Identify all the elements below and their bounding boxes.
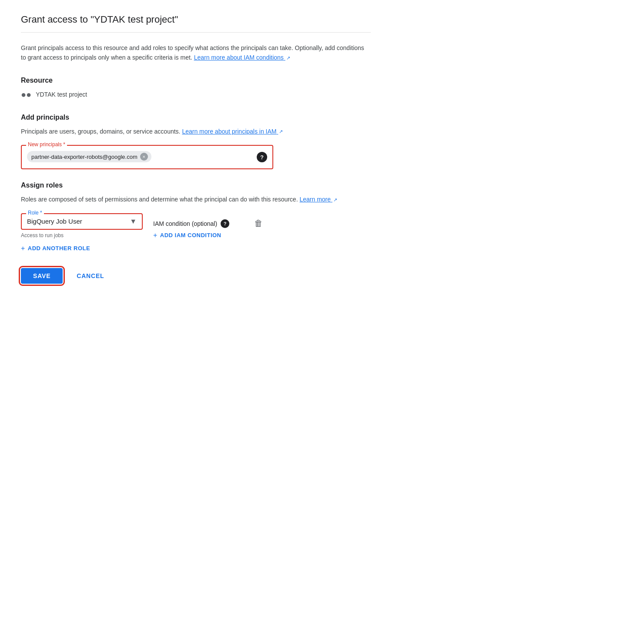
roles-link-text: Learn more [299,196,331,203]
page-title: Grant access to "YDTAK test project" [21,14,371,33]
new-principals-input[interactable]: New principals * partner-data-exporter-r… [21,145,273,169]
resource-name: YDTAK test project [36,91,87,98]
learn-more-iam-link[interactable]: Learn more about IAM conditions ↗ [194,54,290,61]
new-principals-label: New principals * [26,141,67,148]
iam-condition-label: IAM condition (optional) [153,220,217,227]
iam-condition-header: IAM condition (optional) ? [153,219,240,228]
assign-roles-section: Assign roles Roles are composed of sets … [21,181,371,254]
save-button[interactable]: SAVE [21,268,63,284]
description-body: Grant principals access to this resource… [21,44,364,61]
role-selector-wrapper: Role * BigQuery Job User ▼ Access to run… [21,213,143,238]
iam-condition-wrapper: IAM condition (optional) ? + ADD IAM CON… [153,219,240,239]
add-iam-plus-icon: + [153,231,158,239]
principals-desc-text: Principals are users, groups, domains, o… [21,128,181,135]
iam-link-external-icon: ↗ [286,54,290,62]
chip-container: partner-data-exporter-robots@google.com … [27,151,252,162]
assign-roles-title: Assign roles [21,181,371,189]
role-select[interactable]: Role * BigQuery Job User ▼ [21,213,143,230]
add-another-role-button[interactable]: + ADD ANOTHER ROLE [21,243,90,254]
actions-section: SAVE CANCEL [21,268,371,284]
learn-more-roles-link[interactable]: Learn more ↗ [299,196,337,203]
add-principals-title: Add principals [21,114,371,121]
add-another-role-label: ADD ANOTHER ROLE [28,245,90,252]
iam-help-icon[interactable]: ? [221,219,229,228]
role-hint: Access to run jobs [21,232,143,238]
chip-value: partner-data-exporter-robots@google.com [31,154,138,160]
dropdown-arrow-icon: ▼ [130,218,137,225]
iam-condition-section: IAM condition (optional) ? + ADD IAM CON… [153,213,240,239]
roles-link-external-icon: ↗ [333,196,337,204]
resource-section-title: Resource [21,77,371,84]
principal-chip: partner-data-exporter-robots@google.com … [27,151,151,162]
principals-link-external-icon: ↗ [279,128,283,136]
principals-help-icon[interactable]: ? [257,152,267,162]
add-principals-section: Add principals Principals are users, gro… [21,114,371,169]
principals-description: Principals are users, groups, domains, o… [21,127,371,136]
role-iam-row: Role * BigQuery Job User ▼ Access to run… [21,213,371,239]
resource-item: ●● YDTAK test project [21,90,371,100]
roles-description: Roles are composed of sets of permission… [21,195,371,204]
principals-link-text: Learn more about principals in IAM [182,128,276,135]
description-text: Grant principals access to this resource… [21,43,371,63]
add-iam-condition-button[interactable]: + ADD IAM CONDITION [153,231,240,239]
role-select-inner[interactable]: BigQuery Job User ▼ [27,218,137,225]
cancel-button[interactable]: CANCEL [70,268,111,284]
roles-desc-text: Roles are composed of sets of permission… [21,196,298,203]
add-another-plus-icon: + [21,245,25,252]
resource-section: Resource ●● YDTAK test project [21,77,371,100]
add-iam-label: ADD IAM CONDITION [160,232,221,238]
role-label: Role * [26,210,44,216]
delete-icon: 🗑 [254,218,263,228]
chip-close-button[interactable]: × [140,153,148,161]
iam-link-text: Learn more about IAM conditions [194,54,284,61]
resource-icon: ●● [21,90,31,100]
role-value: BigQuery Job User [27,218,82,225]
delete-role-button[interactable]: 🗑 [251,215,266,232]
learn-more-principals-link[interactable]: Learn more about principals in IAM ↗ [182,128,283,135]
